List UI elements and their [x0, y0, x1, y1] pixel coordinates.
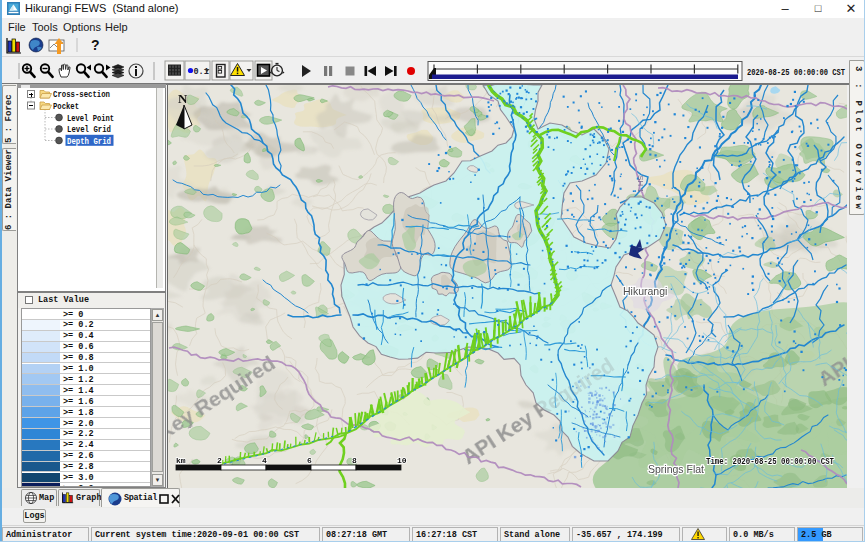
- svg-text:Depth Grid: Depth Grid: [67, 137, 111, 147]
- svg-text:SH 1: SH 1: [636, 175, 645, 193]
- svg-text:10: 10: [397, 456, 407, 465]
- svg-text:N: N: [178, 91, 188, 106]
- svg-text:Hikurangi: Hikurangi: [623, 285, 667, 297]
- svg-text:?: ?: [91, 37, 100, 53]
- svg-text:8: 8: [352, 456, 357, 465]
- svg-text:Springs Flat: Springs Flat: [648, 463, 704, 475]
- svg-text:4: 4: [262, 456, 267, 465]
- svg-text:2: 2: [217, 456, 222, 465]
- svg-text:Pocket: Pocket: [53, 102, 79, 112]
- svg-text:Cross-section: Cross-section: [53, 90, 110, 100]
- svg-text:Level Grid: Level Grid: [67, 125, 111, 135]
- svg-text:km: km: [176, 456, 186, 465]
- svg-text:2020-08-25 00:00:00 CST: 2020-08-25 00:00:00 CST: [747, 67, 845, 78]
- svg-text:6: 6: [307, 456, 312, 465]
- svg-text:0.1: 0.1: [194, 67, 209, 77]
- svg-text:Time: 2020-08-25 00:00:00 CST: Time: 2020-08-25 00:00:00 CST: [706, 456, 834, 467]
- svg-text:Level Point: Level Point: [67, 114, 114, 124]
